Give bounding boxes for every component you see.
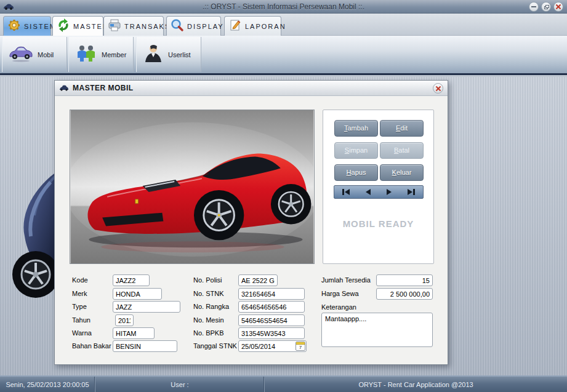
printer-icon: [108, 18, 121, 34]
member-people-icon: [75, 44, 97, 65]
kode-input[interactable]: [113, 274, 150, 286]
report-pencil-icon: [228, 18, 242, 34]
type-input[interactable]: [113, 301, 180, 313]
bahan-bakar-label: Bahan Bakar: [72, 342, 111, 350]
jumlah-tersedia-input[interactable]: [376, 274, 433, 286]
batal-button[interactable]: Batal: [380, 142, 424, 159]
harga-sewa-input[interactable]: [376, 288, 433, 300]
dialog-title: MASTER MOBIL: [73, 84, 134, 92]
no-polisi-input[interactable]: [238, 274, 278, 286]
tanggal-stnk-field: 7: [238, 340, 307, 352]
toolbar-member-button[interactable]: Member: [68, 37, 134, 72]
statusbar: Senin, 25/02/2013 20:00:05 User : ORYST …: [0, 375, 567, 392]
record-navigator: [334, 185, 424, 199]
close-icon: [555, 4, 561, 10]
tahun-input[interactable]: [115, 314, 134, 326]
nav-first-icon: [342, 189, 344, 195]
warna-label: Warna: [72, 329, 92, 337]
magnifier-icon: [171, 18, 184, 34]
tab-laporan[interactable]: LAPORAN: [224, 16, 281, 36]
tab-laporan-label: LAPORAN: [245, 23, 286, 30]
close-button[interactable]: [553, 2, 563, 12]
no-mesin-label: No. Mesin: [193, 316, 224, 324]
nav-next-button[interactable]: [384, 186, 394, 198]
recycle-icon: [57, 18, 70, 34]
calendar-picker-button[interactable]: 7: [296, 342, 305, 351]
nav-next-icon: [387, 189, 392, 195]
window-titlebar: .:: ORYST - Sistem Informasi Persewaan M…: [0, 0, 567, 14]
keterangan-label: Keterangan: [321, 303, 356, 311]
tab-display-label: DISPLAY: [187, 23, 224, 30]
desktop-background: MASTER MOBIL: [0, 77, 567, 375]
dialog-close-button[interactable]: [433, 83, 443, 94]
statusbar-user: User :: [95, 377, 265, 392]
tab-master[interactable]: MASTER: [52, 16, 103, 36]
edit-button[interactable]: Edit: [380, 120, 424, 137]
merk-label: Merk: [72, 290, 87, 297]
dialog-close-icon: [435, 86, 441, 92]
dialog-car-icon: [59, 82, 69, 94]
minimize-icon: [531, 6, 536, 7]
tab-sistem[interactable]: SISTEM: [3, 16, 51, 36]
no-polisi-label: No. Polisi: [193, 276, 222, 284]
tanggal-stnk-label: Tanggal STNK: [193, 342, 237, 350]
tab-transaksi[interactable]: TRANSAKSI: [103, 16, 164, 36]
statusbar-datetime: Senin, 25/02/2013 20:00:05: [0, 377, 95, 392]
master-mobil-dialog: MASTER MOBIL: [54, 80, 448, 365]
menu-tabstrip: SISTEM MASTER TRANSAKSI DISPLAY LAPORAN: [0, 14, 567, 36]
kode-label: Kode: [72, 276, 88, 284]
merk-input[interactable]: [113, 288, 162, 300]
statusbar-appname: ORYST - Rent Car Application @2013: [265, 377, 567, 392]
toolbar-mobil-label: Mobil: [38, 51, 54, 58]
nav-last-button[interactable]: [405, 186, 417, 198]
window-controls: [529, 2, 563, 12]
minimize-button[interactable]: [529, 2, 539, 12]
tab-sistem-label: SISTEM: [24, 23, 57, 30]
nav-prev-button[interactable]: [363, 186, 373, 198]
toolbar-mobil-button[interactable]: Mobil: [2, 37, 67, 72]
type-label: Type: [72, 303, 87, 310]
app-car-icon: [3, 2, 14, 13]
window-title: .:: ORYST - Sistem Informasi Persewaan M…: [0, 2, 567, 11]
hapus-button[interactable]: Hapus: [334, 164, 378, 181]
no-bpkb-label: No. BPKB: [193, 329, 224, 337]
keluar-button[interactable]: Keluar: [380, 164, 424, 181]
tahun-label: Tahun: [72, 316, 90, 324]
gear-icon: [7, 18, 21, 34]
toolbar-userlist-label: Userlist: [168, 51, 191, 58]
keterangan-textarea[interactable]: Mantaappp....: [321, 313, 433, 347]
nav-first-button[interactable]: [340, 186, 352, 198]
no-rangka-label: No. Rangka: [193, 303, 229, 310]
restore-button[interactable]: [541, 2, 551, 12]
simpan-button[interactable]: Simpan: [334, 142, 378, 159]
mobil-ready-status: MOBIL READY: [323, 218, 433, 229]
mobil-car-icon: [9, 45, 33, 65]
jumlah-tersedia-label: Jumlah Tersedia: [321, 276, 371, 284]
harga-sewa-label: Harga Sewa: [321, 290, 359, 297]
tab-display[interactable]: DISPLAY: [166, 16, 221, 36]
no-stnk-label: No. STNK: [193, 290, 224, 297]
toolbar-userlist-button[interactable]: Userlist: [136, 37, 201, 72]
no-bpkb-input[interactable]: [238, 327, 305, 339]
nav-last-icon: [408, 189, 412, 195]
nav-prev-icon: [366, 189, 371, 195]
no-rangka-input[interactable]: [238, 301, 305, 313]
no-stnk-input[interactable]: [238, 288, 305, 300]
car-photo: [70, 110, 315, 264]
toolbar-member-label: Member: [102, 51, 126, 58]
background-car-decoration: [0, 166, 59, 314]
warna-input[interactable]: [113, 327, 155, 339]
dialog-titlebar: MASTER MOBIL: [55, 81, 448, 96]
userlist-person-icon: [143, 44, 164, 66]
toolbar: Mobil Member Userlist: [0, 36, 567, 75]
tambah-button[interactable]: Tambah: [334, 120, 378, 137]
no-mesin-input[interactable]: [238, 314, 305, 326]
bahan-bakar-input[interactable]: [113, 340, 177, 352]
action-panel: Tambah Edit Simpan Batal Hapus Keluar MO…: [323, 110, 434, 264]
